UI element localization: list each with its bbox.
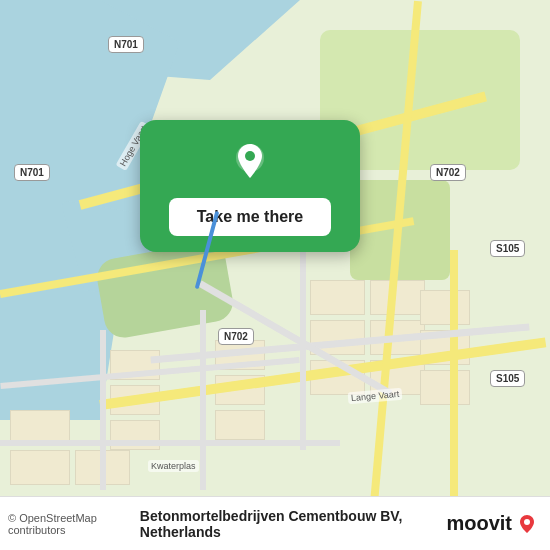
svg-point-2	[524, 519, 530, 525]
road-badge-s105-top: S105	[490, 240, 525, 257]
city-block	[215, 410, 265, 440]
osm-attribution: © OpenStreetMap contributors	[8, 512, 140, 536]
moovit-pin-icon	[516, 513, 538, 535]
moovit-logo: moovit	[446, 512, 538, 535]
road-badge-s105-bottom: S105	[490, 370, 525, 387]
road-horizontal-3	[0, 440, 340, 446]
city-block	[10, 450, 70, 485]
location-pin-icon	[228, 140, 272, 184]
city-block	[370, 280, 425, 315]
road-vertical-small2	[200, 310, 206, 490]
road-badge-n701-top: N701	[108, 36, 144, 53]
bottom-bar: © OpenStreetMap contributors Betonmortel…	[0, 496, 550, 550]
road-badge-n702-bottom: N702	[218, 328, 254, 345]
road-vertical-small3	[100, 330, 106, 490]
location-name: Betonmortelbedrijven Cementbouw BV, Neth…	[140, 508, 447, 540]
svg-point-1	[245, 151, 255, 161]
city-block	[310, 280, 365, 315]
map-container: N701 N701 N702 N702 S105 S105 Hoge Vaart…	[0, 0, 550, 550]
city-block	[420, 290, 470, 325]
city-block	[420, 370, 470, 405]
moovit-text: moovit	[446, 512, 512, 535]
road-badge-n701-left: N701	[14, 164, 50, 181]
road-vertical-small	[300, 250, 306, 450]
take-me-there-card[interactable]: Take me there	[140, 120, 360, 252]
take-me-there-button[interactable]: Take me there	[169, 198, 331, 236]
bottom-left-section: © OpenStreetMap contributors	[8, 512, 140, 536]
road-label-kwaterplas: Kwaterplas	[148, 460, 199, 472]
road-badge-n702-right: N702	[430, 164, 466, 181]
